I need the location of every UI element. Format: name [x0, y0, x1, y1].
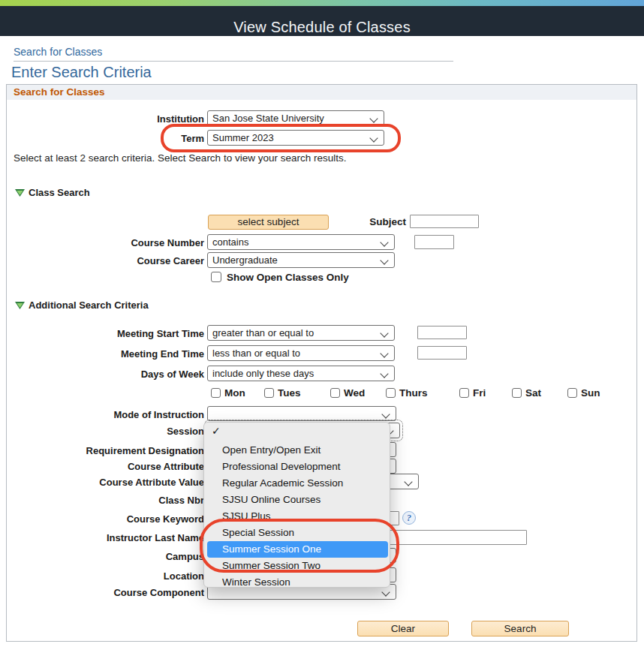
institution-value: San Jose State University: [212, 113, 324, 124]
chevron-down-icon: [380, 349, 388, 357]
campus-label: Campus: [0, 551, 204, 562]
menu-item-summer-session-two[interactable]: Summer Session Two: [207, 558, 388, 574]
location-label: Location: [0, 570, 204, 582]
menu-item-regular[interactable]: Regular Academic Session: [207, 475, 388, 492]
additional-criteria-section-title: Additional Search Criteria: [29, 299, 149, 311]
course-number-input[interactable]: [414, 235, 454, 249]
course-career-value: Undergraduate: [212, 254, 278, 266]
session-dropdown-menu: ✓ Open Entry/Open Exit Professional Deve…: [203, 422, 390, 588]
term-select[interactable]: Summer 2023: [207, 130, 384, 146]
chevron-down-icon: [404, 477, 412, 486]
meeting-end-operator-select[interactable]: less than or equal to: [207, 345, 395, 361]
menu-item-sjsu-plus[interactable]: SJSU Plus: [207, 508, 388, 525]
page-title: Enter Search Criteria: [11, 64, 152, 81]
session-label: Session: [0, 426, 204, 437]
checkbox-mon[interactable]: [211, 388, 221, 398]
chevron-down-icon: [380, 369, 388, 378]
checkbox-thurs[interactable]: [386, 388, 396, 398]
breadcrumb-divider: [14, 61, 453, 62]
course-attribute-value-label: Course Attribute Value: [0, 477, 204, 488]
menu-item-professional[interactable]: Professional Development: [207, 459, 388, 475]
show-open-classes-label: Show Open Classes Only: [227, 272, 349, 283]
page-header-title: View Schedule of Classes: [0, 19, 644, 36]
menu-item-special-session[interactable]: Special Session: [207, 525, 388, 541]
menu-item-open-entry[interactable]: Open Entry/Open Exit: [207, 442, 388, 459]
search-button[interactable]: Search: [471, 621, 569, 636]
institution-select[interactable]: San Jose State University: [207, 110, 384, 126]
help-icon[interactable]: ?: [402, 511, 416, 525]
term-label: Term: [0, 133, 204, 144]
class-nbr-label: Class Nbr: [0, 495, 204, 506]
institution-label: Institution: [0, 113, 204, 125]
meeting-end-time-input[interactable]: [417, 346, 467, 360]
breadcrumb-link[interactable]: Search for Classes: [14, 46, 102, 58]
checkbox-tues[interactable]: [264, 388, 274, 398]
checkbox-sat-label: Sat: [525, 387, 541, 399]
checkbox-tues-label: Tues: [278, 387, 301, 399]
course-number-operator-select[interactable]: contains: [207, 234, 395, 250]
term-value: Summer 2023: [212, 132, 274, 143]
titlebar: View Schedule of Classes: [0, 6, 644, 36]
chevron-down-icon: [369, 114, 378, 122]
brand-gradient-stripe: [0, 0, 644, 6]
class-search-section-title: Class Search: [29, 187, 90, 198]
course-attribute-label: Course Attribute: [0, 461, 204, 472]
checkbox-sun-label[interactable]: [567, 388, 577, 398]
checkbox-mon-label: Mon: [224, 387, 245, 399]
subject-label: Subject: [300, 216, 406, 227]
selected-checkmark-icon: ✓: [212, 425, 221, 437]
requirement-designation-label: Requirement Designation: [0, 445, 204, 456]
checkbox-fri-label: Fri: [473, 387, 486, 399]
days-of-week-label: Days of Week: [0, 369, 204, 380]
clear-button[interactable]: Clear: [357, 621, 449, 636]
chevron-down-icon: [380, 256, 388, 264]
course-number-operator-value: contains: [212, 236, 248, 248]
show-open-classes-checkbox[interactable]: [211, 272, 221, 282]
course-career-select[interactable]: Undergraduate: [207, 252, 395, 268]
search-panel-title: Search for Classes: [14, 86, 105, 98]
checkbox-fri[interactable]: [459, 388, 469, 398]
meeting-start-operator-select[interactable]: greater than or equal to: [207, 325, 395, 341]
chevron-down-icon: [380, 238, 388, 246]
instruction-text: Select at least 2 search criteria. Selec…: [14, 152, 346, 164]
instructor-last-name-label: Instructor Last Name: [0, 532, 204, 543]
meeting-end-label: Meeting End Time: [0, 348, 204, 360]
checkbox-thurs-label: Thurs: [399, 387, 428, 399]
chevron-down-icon: [369, 134, 378, 142]
meeting-start-label: Meeting Start Time: [0, 328, 204, 339]
course-career-label: Course Career: [0, 255, 204, 266]
menu-item-sjsu-online[interactable]: SJSU Online Courses: [207, 492, 388, 508]
checkbox-sun-label: Sun: [581, 387, 600, 399]
menu-item-summer-session-one[interactable]: Summer Session One: [207, 541, 388, 558]
checkbox-wed[interactable]: [330, 388, 340, 398]
meeting-start-operator-value: greater than or equal to: [212, 327, 314, 339]
mode-of-instruction-label: Mode of Instruction: [0, 409, 204, 420]
menu-item-winter-session[interactable]: Winter Session: [207, 574, 388, 591]
checkbox-wed-label: Wed: [344, 387, 365, 399]
course-component-label: Course Component: [0, 587, 204, 598]
meeting-end-operator-value: less than or equal to: [212, 348, 300, 359]
course-number-label: Course Number: [0, 237, 204, 248]
subject-input[interactable]: [410, 215, 479, 228]
chevron-down-icon: [380, 329, 388, 337]
mode-of-instruction-select[interactable]: [207, 406, 396, 421]
meeting-start-time-input[interactable]: [417, 326, 467, 339]
days-of-week-operator-select[interactable]: include only these days: [207, 366, 395, 381]
course-keyword-label: Course Keyword: [0, 513, 204, 525]
days-of-week-operator-value: include only these days: [212, 368, 314, 379]
chevron-down-icon: [381, 410, 390, 418]
checkbox-sat[interactable]: [512, 388, 522, 398]
